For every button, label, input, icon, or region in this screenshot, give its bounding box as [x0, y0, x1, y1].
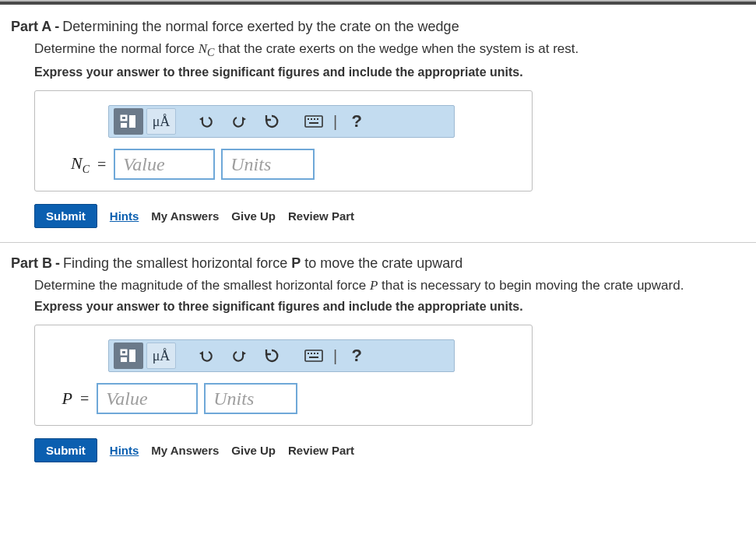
dash: -: [51, 19, 62, 34]
give-up-link[interactable]: Give Up: [231, 209, 276, 223]
give-up-link[interactable]: Give Up: [231, 444, 276, 457]
special-chars-button[interactable]: μÅ: [146, 343, 176, 369]
svg-rect-9: [309, 122, 318, 124]
templates-icon[interactable]: [114, 343, 143, 369]
part-b-desc-prefix: Determine the magnitude of the smallest …: [34, 278, 370, 293]
submit-button[interactable]: Submit: [34, 204, 97, 228]
svg-rect-18: [317, 353, 318, 354]
part-a-desc-prefix: Determine the normal force: [34, 41, 199, 56]
svg-rect-8: [317, 118, 318, 120]
part-b-var-label: P: [46, 388, 72, 409]
svg-rect-14: [305, 350, 322, 361]
help-label: ?: [351, 346, 361, 366]
my-answers-link[interactable]: My Answers: [151, 209, 219, 223]
part-a-title: Determining the normal force exerted by …: [62, 19, 459, 34]
redo-button[interactable]: [224, 343, 254, 369]
review-part-link[interactable]: Review Part: [288, 209, 354, 223]
equals-sign: =: [79, 390, 90, 408]
value-input[interactable]: Value: [97, 383, 198, 414]
section-separator: [0, 242, 756, 243]
toolbar-separator: |: [332, 113, 339, 131]
part-a-var-label: NC: [46, 153, 90, 176]
var-sub: C: [207, 46, 214, 58]
svg-rect-7: [314, 118, 315, 120]
svg-rect-11: [122, 351, 125, 353]
svg-rect-12: [129, 350, 135, 362]
var-letter: N: [71, 153, 83, 173]
part-a-container: Part A-Determining the normal force exer…: [0, 19, 756, 228]
part-b-actions: Submit Hints My Answers Give Up Review P…: [34, 438, 745, 462]
part-b-title-text: Finding the smallest horizontal force P …: [63, 255, 462, 271]
part-b-answer-block: μÅ | ?: [34, 325, 533, 426]
redo-button[interactable]: [224, 108, 254, 135]
reset-button[interactable]: [257, 343, 287, 369]
undo-button[interactable]: [192, 108, 221, 135]
svg-rect-5: [308, 118, 309, 120]
part-a-answer-block: μÅ | ?: [34, 90, 533, 191]
window-top-rule: [0, 0, 756, 5]
part-b-label: Part B: [11, 255, 52, 271]
help-label: ?: [351, 111, 361, 132]
reset-button[interactable]: [257, 108, 287, 135]
hints-link[interactable]: Hints: [110, 444, 139, 457]
dash: -: [52, 255, 63, 271]
toolbar-separator: |: [332, 347, 339, 365]
part-b-input-row: P = Value Units: [46, 383, 521, 414]
variable-nc: NC: [199, 41, 215, 56]
svg-rect-13: [121, 357, 127, 362]
value-input[interactable]: Value: [114, 149, 215, 180]
my-answers-link[interactable]: My Answers: [151, 444, 219, 457]
part-a-desc-suffix: that the crate exerts on the wedge when …: [215, 41, 579, 56]
svg-rect-15: [308, 353, 309, 354]
part-a-description: Determine the normal force NC that the c…: [34, 41, 745, 59]
part-b-container: Part B-Finding the smallest horizontal f…: [0, 255, 756, 462]
answer-toolbar: μÅ | ?: [108, 105, 455, 138]
svg-rect-2: [129, 115, 135, 128]
part-a-instruction: Express your answer to three significant…: [34, 65, 745, 79]
special-chars-button[interactable]: μÅ: [146, 108, 176, 135]
answer-toolbar: μÅ | ?: [108, 339, 455, 372]
equals-sign: =: [96, 156, 107, 174]
part-a-label: Part A: [11, 19, 51, 34]
part-b-instruction: Express your answer to three significant…: [34, 300, 745, 314]
svg-rect-1: [122, 117, 125, 119]
svg-rect-19: [309, 357, 318, 358]
help-button[interactable]: ?: [342, 108, 371, 135]
svg-rect-6: [311, 118, 312, 120]
part-a-header: Part A-Determining the normal force exer…: [11, 19, 745, 35]
hints-link[interactable]: Hints: [110, 209, 139, 223]
part-a-input-row: NC = Value Units: [46, 149, 521, 180]
part-a-actions: Submit Hints My Answers Give Up Review P…: [34, 204, 745, 228]
help-button[interactable]: ?: [342, 343, 371, 369]
svg-rect-3: [121, 123, 127, 128]
var-letter: P: [62, 388, 72, 408]
part-b-header: Part B-Finding the smallest horizontal f…: [11, 255, 745, 272]
keyboard-button[interactable]: [299, 108, 329, 135]
submit-button[interactable]: Submit: [34, 438, 97, 462]
variable-p: P: [370, 278, 378, 293]
units-input[interactable]: Units: [221, 149, 315, 180]
svg-rect-17: [314, 353, 315, 354]
special-chars-label: μÅ: [153, 348, 171, 364]
var-letter: P: [370, 278, 378, 293]
keyboard-button[interactable]: [299, 343, 329, 369]
svg-rect-16: [311, 353, 312, 354]
var-sub: C: [83, 163, 90, 175]
var-letter: N: [199, 41, 207, 56]
special-chars-label: μÅ: [153, 114, 171, 130]
units-input[interactable]: Units: [204, 383, 297, 414]
part-b-desc-suffix: that is necessary to begin moving the cr…: [378, 278, 684, 293]
undo-button[interactable]: [192, 343, 221, 369]
svg-rect-4: [305, 116, 322, 127]
review-part-link[interactable]: Review Part: [288, 444, 354, 457]
templates-icon[interactable]: [114, 108, 143, 135]
part-b-description: Determine the magnitude of the smallest …: [34, 278, 745, 293]
